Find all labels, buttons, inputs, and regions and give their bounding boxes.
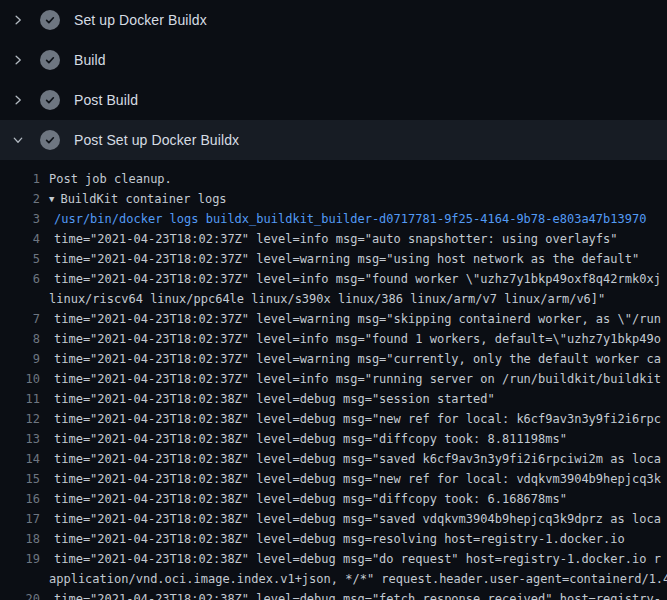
log-text: time="2021-04-23T18:02:37Z" level=info m… [54, 329, 661, 349]
line-number[interactable]: 3 [0, 209, 40, 229]
log-line: 13time="2021-04-23T18:02:38Z" level=debu… [0, 429, 667, 449]
step-label: Post Set up Docker Buildx [74, 132, 239, 148]
step-list: Set up Docker Buildx Build Post Build Po… [0, 0, 667, 160]
line-number[interactable]: 12 [0, 409, 40, 429]
log-text: application/vnd.oci.image.index.v1+json,… [49, 569, 667, 589]
log-line: 16time="2021-04-23T18:02:38Z" level=debu… [0, 489, 667, 509]
line-number[interactable]: 5 [0, 249, 40, 269]
log-line: 11time="2021-04-23T18:02:38Z" level=debu… [0, 389, 667, 409]
line-number[interactable]: 17 [0, 509, 40, 529]
log-line: 18time="2021-04-23T18:02:38Z" level=debu… [0, 529, 667, 549]
line-number[interactable]: 6 [0, 269, 40, 289]
line-number[interactable]: 7 [0, 309, 40, 329]
step-row-set-up-docker-buildx[interactable]: Set up Docker Buildx [0, 0, 667, 40]
log-text: time="2021-04-23T18:02:37Z" level=warnin… [54, 309, 661, 329]
check-circle-icon [40, 130, 60, 150]
log-line: 9time="2021-04-23T18:02:37Z" level=warni… [0, 349, 667, 369]
log-line: 20time="2021-04-23T18:02:38Z" level=debu… [0, 589, 667, 600]
log-text: time="2021-04-23T18:02:37Z" level=warnin… [54, 349, 661, 369]
chevron-right-icon [12, 54, 24, 66]
chevron-down-icon [12, 134, 24, 146]
step-row-build[interactable]: Build [0, 40, 667, 80]
log-text: time="2021-04-23T18:02:37Z" level=info m… [54, 229, 618, 249]
log-text: Post job cleanup. [49, 169, 172, 189]
line-number[interactable]: 16 [0, 489, 40, 509]
log-text: time="2021-04-23T18:02:38Z" level=debug … [54, 429, 567, 449]
log-text: time="2021-04-23T18:02:38Z" level=debug … [54, 509, 661, 529]
log-line: 3/usr/bin/docker logs buildx_buildkit_bu… [0, 209, 667, 229]
log-line: application/vnd.oci.image.index.v1+json,… [0, 569, 667, 589]
line-number[interactable]: 14 [0, 449, 40, 469]
line-number[interactable]: 13 [0, 429, 40, 449]
log-text: BuildKit container logs [60, 189, 226, 209]
check-circle-icon [40, 90, 60, 110]
log-line: 6time="2021-04-23T18:02:37Z" level=info … [0, 269, 667, 289]
log-line: 1Post job cleanup. [0, 169, 667, 189]
log-line: 17time="2021-04-23T18:02:38Z" level=debu… [0, 509, 667, 529]
log-line: 19time="2021-04-23T18:02:38Z" level=debu… [0, 549, 667, 569]
line-number [0, 569, 40, 589]
log-text: time="2021-04-23T18:02:38Z" level=debug … [54, 549, 661, 569]
line-number[interactable]: 11 [0, 389, 40, 409]
log-text: time="2021-04-23T18:02:37Z" level=warnin… [54, 249, 639, 269]
line-number[interactable]: 20 [0, 589, 40, 600]
log-line: 8time="2021-04-23T18:02:37Z" level=info … [0, 329, 667, 349]
log-group-toggle-icon[interactable]: ▼ [49, 189, 54, 209]
log-line: 12time="2021-04-23T18:02:38Z" level=debu… [0, 409, 667, 429]
log-line: 5time="2021-04-23T18:02:37Z" level=warni… [0, 249, 667, 269]
log-line: 4time="2021-04-23T18:02:37Z" level=info … [0, 229, 667, 249]
line-number[interactable]: 10 [0, 369, 40, 389]
log-text: time="2021-04-23T18:02:37Z" level=info m… [54, 269, 661, 289]
line-number[interactable]: 8 [0, 329, 40, 349]
line-number[interactable]: 19 [0, 549, 40, 569]
log-text: time="2021-04-23T18:02:38Z" level=debug … [54, 469, 661, 489]
line-number[interactable]: 1 [0, 169, 40, 189]
log-command-text: /usr/bin/docker logs buildx_buildkit_bui… [54, 209, 646, 229]
log-text: time="2021-04-23T18:02:38Z" level=debug … [54, 449, 661, 469]
chevron-right-icon [12, 14, 24, 26]
log-line: linux/riscv64 linux/ppc64le linux/s390x … [0, 289, 667, 309]
log-line: 15time="2021-04-23T18:02:38Z" level=debu… [0, 469, 667, 489]
log-text: linux/riscv64 linux/ppc64le linux/s390x … [49, 289, 605, 309]
log-text: time="2021-04-23T18:02:37Z" level=info m… [54, 369, 661, 389]
step-row-post-build[interactable]: Post Build [0, 80, 667, 120]
line-number [0, 289, 40, 309]
step-row-post-set-up-docker-buildx[interactable]: Post Set up Docker Buildx [0, 120, 667, 160]
step-label: Post Build [74, 92, 138, 108]
log-text: time="2021-04-23T18:02:38Z" level=debug … [54, 489, 567, 509]
log-text: time="2021-04-23T18:02:38Z" level=debug … [54, 389, 495, 409]
check-circle-icon [40, 10, 60, 30]
line-number[interactable]: 9 [0, 349, 40, 369]
step-label: Set up Docker Buildx [74, 12, 207, 28]
line-number[interactable]: 2 [0, 189, 40, 209]
log-line: 14time="2021-04-23T18:02:38Z" level=debu… [0, 449, 667, 469]
line-number[interactable]: 15 [0, 469, 40, 489]
check-circle-icon [40, 50, 60, 70]
line-number[interactable]: 4 [0, 229, 40, 249]
log-text: time="2021-04-23T18:02:38Z" level=debug … [54, 589, 661, 600]
log-text: time="2021-04-23T18:02:38Z" level=debug … [54, 529, 625, 549]
log-line: 7time="2021-04-23T18:02:37Z" level=warni… [0, 309, 667, 329]
log-output: 1Post job cleanup.2▼BuildKit container l… [0, 160, 667, 600]
step-label: Build [74, 52, 106, 68]
chevron-right-icon [12, 94, 24, 106]
line-number[interactable]: 18 [0, 529, 40, 549]
log-text: time="2021-04-23T18:02:38Z" level=debug … [54, 409, 661, 429]
log-line: 10time="2021-04-23T18:02:37Z" level=info… [0, 369, 667, 389]
log-line: 2▼BuildKit container logs [0, 189, 667, 209]
